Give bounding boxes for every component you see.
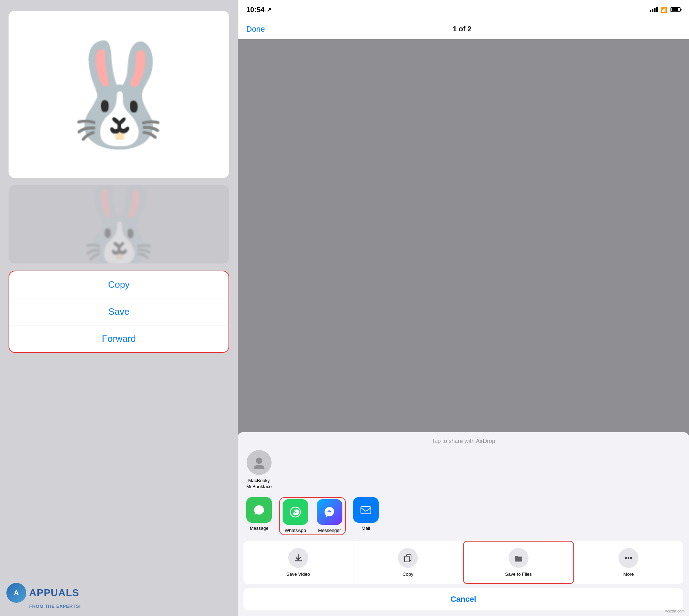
- app-icons-section: Message WhatsApp: [243, 497, 683, 535]
- wifi-icon: 📶: [661, 6, 668, 13]
- rabbit-shadow-emoji: 🐰: [70, 185, 168, 263]
- messages-icon: [246, 497, 272, 523]
- contact-name: MacBookyMcBookface: [246, 478, 272, 490]
- whatsapp-icon: [283, 499, 308, 525]
- wsxdn-watermark: wsxdn.com: [665, 609, 685, 613]
- save-to-files-icon: [509, 548, 528, 568]
- app-icon-messenger-label: Messenger: [318, 528, 341, 533]
- rabbit-image-card: 🐰: [9, 11, 229, 178]
- whatsapp-messenger-highlight: WhatsApp: [279, 497, 346, 535]
- svg-point-8: [630, 557, 632, 559]
- app-icon-message[interactable]: Message: [245, 497, 273, 531]
- action-copy[interactable]: Copy: [353, 541, 463, 584]
- copy-icon: [398, 548, 418, 568]
- context-menu-forward[interactable]: Forward: [9, 325, 228, 352]
- save-video-label: Save Video: [286, 571, 310, 577]
- messenger-icon: [317, 499, 342, 525]
- done-button[interactable]: Done: [246, 25, 265, 34]
- status-icons: 📶: [650, 6, 680, 13]
- mail-icon: [353, 497, 379, 523]
- app-icon-whatsapp-label: WhatsApp: [285, 528, 306, 533]
- copy-label: Copy: [403, 571, 413, 577]
- svg-point-1: [254, 465, 264, 469]
- svg-point-0: [256, 458, 262, 464]
- battery-icon: [670, 7, 680, 12]
- appuals-watermark: A APPUALS FROM THE EXPERTS!: [6, 583, 81, 609]
- svg-point-6: [625, 557, 627, 559]
- app-icon-whatsapp[interactable]: WhatsApp: [281, 499, 310, 533]
- nav-counter: 1 of 2: [453, 25, 471, 33]
- cancel-button[interactable]: Cancel: [243, 588, 683, 610]
- status-time: 10:54 ↗: [246, 6, 271, 14]
- app-icon-mail[interactable]: Mail: [352, 497, 380, 531]
- action-save-video[interactable]: Save Video: [243, 541, 353, 584]
- svg-rect-3: [361, 507, 371, 514]
- airdrop-contacts-row: MacBookyMcBookface: [243, 450, 683, 490]
- save-video-icon: [288, 548, 308, 568]
- context-menu-card: Copy Save Forward: [9, 271, 229, 353]
- rabbit-emoji: 🐰: [57, 45, 181, 144]
- action-more[interactable]: More: [574, 541, 684, 584]
- contact-avatar: [247, 450, 272, 475]
- more-label: More: [623, 571, 634, 577]
- airdrop-contact-macbooky[interactable]: MacBookyMcBookface: [246, 450, 272, 490]
- right-panel: 10:54 ↗ 📶 Done 1 of 2 🐰: [238, 0, 689, 616]
- share-sheet: Tap to share with AirDrop MacBookyMcBook…: [238, 432, 689, 616]
- nav-bar: Done 1 of 2: [238, 19, 689, 39]
- appuals-name: APPUALS: [29, 587, 79, 599]
- app-icon-mail-label: Mail: [362, 526, 370, 531]
- airdrop-hint-text: Tap to share with AirDrop: [243, 438, 683, 444]
- svg-rect-5: [405, 556, 409, 562]
- appuals-tagline: FROM THE EXPERTS!: [29, 604, 81, 609]
- app-icon-messenger[interactable]: Messenger: [315, 499, 344, 533]
- save-to-files-label: Save to Files: [505, 571, 532, 577]
- context-menu-copy[interactable]: Copy: [9, 271, 228, 298]
- app-icon-message-label: Message: [250, 526, 269, 531]
- action-save-to-files[interactable]: Save to Files: [463, 541, 574, 584]
- svg-point-7: [628, 557, 630, 559]
- status-bar: 10:54 ↗ 📶: [238, 0, 689, 19]
- left-panel: 🐰 🐰 Copy Save Forward A APPUALS FROM THE…: [0, 0, 238, 616]
- location-arrow-icon: ↗: [267, 6, 271, 13]
- appuals-logo-icon: A: [6, 583, 26, 603]
- signal-icon: [650, 7, 658, 12]
- shadow-area: 🐰: [9, 185, 229, 263]
- more-icon: [619, 548, 638, 568]
- action-row: Save Video Copy Save: [243, 541, 683, 584]
- context-menu-save[interactable]: Save: [9, 298, 228, 325]
